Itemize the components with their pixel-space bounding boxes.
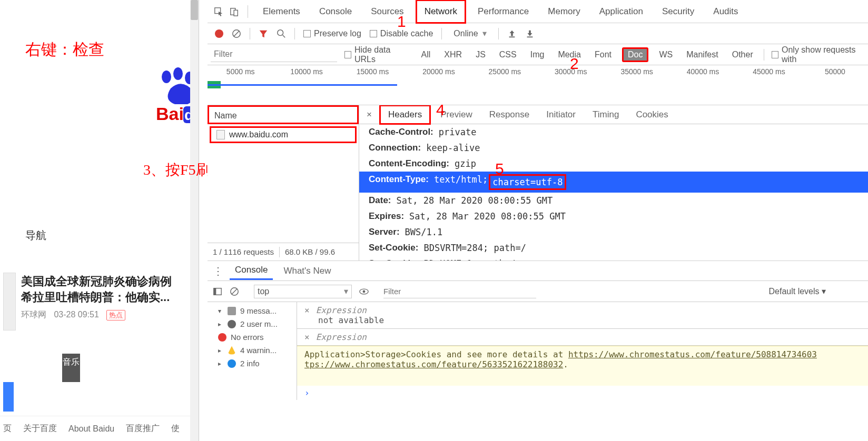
clear-icon[interactable] bbox=[232, 29, 241, 38]
throttling-select[interactable]: Online▾ bbox=[450, 27, 489, 39]
network-status-bar: 1 / 1116 requests68.0 KB / 99.6 bbox=[208, 243, 359, 260]
msg-group-all[interactable]: 9 messa... bbox=[209, 304, 295, 317]
log-levels-select[interactable]: Default levels ▾ bbox=[769, 286, 826, 296]
drawer-menu-icon[interactable]: ⋮ bbox=[213, 265, 224, 277]
only-show-requests-checkbox[interactable]: Only show requests with bbox=[772, 45, 868, 64]
tab-cookies[interactable]: Cookies bbox=[628, 106, 675, 123]
request-name-column: Name www.baidu.com 1 / 1116 requests68.0… bbox=[208, 105, 359, 260]
svg-line-11 bbox=[234, 31, 240, 36]
news-source: 环球网 bbox=[21, 310, 46, 319]
close-icon[interactable]: × bbox=[304, 332, 310, 342]
close-icon[interactable]: × bbox=[361, 109, 377, 120]
music-button[interactable]: 音乐 bbox=[62, 354, 80, 382]
console-filter-input[interactable] bbox=[383, 285, 536, 298]
preserve-log-checkbox[interactable]: Preserve log bbox=[303, 29, 361, 38]
context-select[interactable]: top▾ bbox=[254, 285, 352, 298]
tab-audits[interactable]: Audits bbox=[706, 1, 745, 22]
tab-network[interactable]: Network bbox=[416, 0, 466, 24]
header-row[interactable]: Cache-Control:private bbox=[359, 124, 868, 140]
download-icon[interactable] bbox=[525, 29, 535, 38]
svg-point-21 bbox=[363, 290, 366, 293]
tab-memory[interactable]: Memory bbox=[540, 1, 587, 22]
hot-badge: 热点 bbox=[106, 310, 125, 320]
svg-rect-9 bbox=[234, 10, 238, 16]
header-row[interactable]: Set-Cookie:BD_HOME=1; path=/ bbox=[359, 256, 868, 260]
header-row[interactable]: Expires:Sat, 28 Mar 2020 08:00:55 GMT bbox=[359, 208, 868, 224]
filter-input[interactable] bbox=[211, 47, 337, 62]
tab-elements[interactable]: Elements bbox=[255, 1, 308, 22]
network-request-split: Name www.baidu.com 1 / 1116 requests68.0… bbox=[208, 105, 868, 261]
hide-data-urls-checkbox[interactable]: Hide data URLs bbox=[344, 45, 411, 64]
tab-security[interactable]: Security bbox=[655, 1, 702, 22]
name-column-header[interactable]: Name bbox=[208, 105, 359, 124]
request-row[interactable]: www.baidu.com bbox=[210, 126, 357, 143]
nav-header: 导航 bbox=[25, 228, 46, 243]
footer-link[interactable]: 使 bbox=[171, 423, 180, 434]
filter-type-doc[interactable]: Doc bbox=[622, 47, 648, 62]
filter-type-manifest[interactable]: Manifest bbox=[683, 49, 721, 61]
filter-type-all[interactable]: All bbox=[418, 49, 434, 61]
filter-type-ws[interactable]: WS bbox=[656, 49, 676, 61]
warning-link[interactable]: https://www.chromestatus.com/feature/508… bbox=[568, 349, 817, 359]
device-toggle-icon[interactable] bbox=[229, 6, 240, 17]
blue-strip bbox=[3, 382, 14, 412]
annotation-num-1: 1 bbox=[397, 13, 406, 31]
network-toolbar: Preserve log Disable cache Online▾ bbox=[208, 23, 868, 44]
drawer-tab-console[interactable]: Console bbox=[230, 262, 273, 280]
devtools-panel: 1 2 4 5 Elements Console Sources Network… bbox=[208, 0, 868, 441]
close-icon[interactable]: × bbox=[304, 305, 310, 315]
console-prompt[interactable]: › bbox=[297, 386, 868, 400]
live-expression-box[interactable]: ×Expression bbox=[297, 329, 868, 346]
record-button[interactable] bbox=[215, 29, 223, 38]
news-meta: 环球网 03-28 09:51 热点 bbox=[21, 309, 191, 320]
filter-type-other[interactable]: Other bbox=[729, 49, 756, 61]
live-expression-icon[interactable] bbox=[359, 287, 369, 296]
search-icon[interactable] bbox=[277, 29, 286, 38]
filter-type-css[interactable]: CSS bbox=[496, 49, 520, 61]
filter-type-font[interactable]: Font bbox=[591, 49, 615, 61]
svg-line-19 bbox=[232, 288, 238, 294]
request-detail-column: × Headers Preview Response Initiator Tim… bbox=[359, 105, 868, 260]
svg-rect-14 bbox=[509, 36, 515, 37]
msg-group-user[interactable]: 2 user m... bbox=[209, 317, 295, 330]
svg-point-0 bbox=[162, 71, 171, 83]
header-row[interactable]: Connection:keep-alive bbox=[359, 140, 868, 156]
footer-link[interactable]: 关于百度 bbox=[23, 423, 57, 434]
tab-application[interactable]: Application bbox=[592, 1, 650, 22]
warning-link[interactable]: tps://www.chromestatus.com/feature/56335… bbox=[304, 359, 563, 369]
header-row-selected[interactable]: Content-Type:text/html;charset=utf-8 bbox=[359, 172, 868, 193]
filter-type-js[interactable]: JS bbox=[472, 49, 489, 61]
header-row[interactable]: Content-Encoding:gzip bbox=[359, 156, 868, 172]
news-item[interactable]: 美国成全球新冠肺炎确诊病例希拉里吐槽特朗普：他确实... 环球网 03-28 0… bbox=[0, 272, 191, 320]
response-headers-list: Cache-Control:private Connection:keep-al… bbox=[359, 124, 868, 260]
header-row[interactable]: Set-Cookie:BDSVRTM=284; path=/ bbox=[359, 240, 868, 256]
tab-headers[interactable]: Headers bbox=[379, 105, 431, 125]
footer-link[interactable]: 百度推广 bbox=[126, 423, 160, 434]
msg-group-warnings[interactable]: 4 warnin... bbox=[209, 344, 295, 357]
network-timeline[interactable]: 5000 ms 10000 ms 15000 ms 20000 ms 25000… bbox=[208, 65, 868, 105]
tab-console[interactable]: Console bbox=[312, 1, 359, 22]
tab-performance[interactable]: Performance bbox=[470, 1, 536, 22]
inspect-element-icon[interactable] bbox=[213, 6, 224, 17]
upload-icon[interactable] bbox=[507, 29, 517, 38]
msg-group-info[interactable]: 2 info bbox=[209, 357, 295, 370]
drawer-tab-whatsnew[interactable]: What's New bbox=[278, 263, 336, 279]
filter-icon[interactable] bbox=[259, 29, 268, 38]
footer-link[interactable]: About Baidu bbox=[68, 424, 114, 434]
clear-console-icon[interactable] bbox=[230, 287, 239, 296]
tab-timing[interactable]: Timing bbox=[585, 106, 626, 123]
sidebar-toggle-icon[interactable] bbox=[213, 287, 222, 296]
live-expression-box[interactable]: ×Expression not available bbox=[297, 302, 868, 329]
tab-initiator[interactable]: Initiator bbox=[539, 106, 583, 123]
annotation-num-5: 5 bbox=[495, 160, 504, 178]
console-toolbar: top▾ Default levels ▾ bbox=[208, 281, 868, 302]
header-row[interactable]: Server:BWS/1.1 bbox=[359, 224, 868, 240]
msg-group-errors[interactable]: No errors bbox=[209, 330, 295, 344]
footer-link[interactable]: 页 bbox=[3, 423, 12, 434]
filter-type-xhr[interactable]: XHR bbox=[441, 49, 465, 61]
svg-text:Bai: Bai bbox=[156, 104, 184, 124]
filter-type-img[interactable]: Img bbox=[527, 49, 548, 61]
header-row[interactable]: Date:Sat, 28 Mar 2020 08:00:55 GMT bbox=[359, 193, 868, 208]
tab-response[interactable]: Response bbox=[482, 106, 537, 123]
page-scrollbar[interactable] bbox=[190, 0, 199, 441]
